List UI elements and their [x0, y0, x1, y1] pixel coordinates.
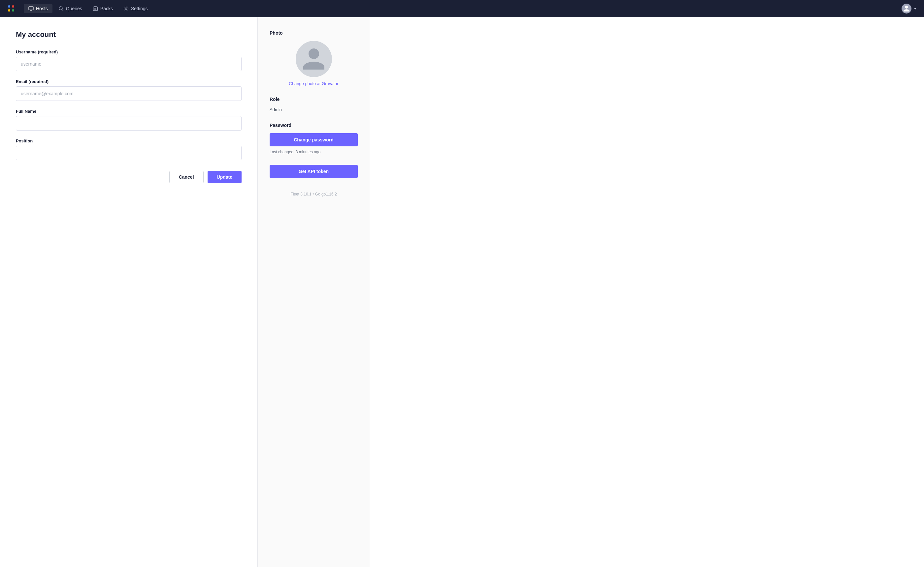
password-section-title: Password [269, 123, 358, 128]
last-changed-text: Last changed: 3 minutes ago [269, 150, 358, 154]
user-menu-chevron[interactable]: ▾ [914, 6, 916, 11]
avatar-icon [903, 5, 910, 12]
position-label: Position [16, 138, 242, 143]
role-value: Admin [269, 107, 358, 112]
nav-item-hosts[interactable]: Hosts [24, 4, 53, 13]
api-token-section: Get API token [269, 165, 358, 181]
fullname-group: Full Name [16, 109, 242, 130]
svg-point-8 [125, 8, 127, 9]
email-group: Email (required) [16, 79, 242, 101]
cancel-button[interactable]: Cancel [169, 171, 204, 183]
settings-icon [123, 6, 129, 11]
svg-line-4 [62, 9, 63, 11]
queries-label: Queries [66, 6, 82, 11]
page-container: My account Username (required) Email (re… [0, 17, 924, 567]
form-actions: Cancel Update [16, 171, 242, 183]
sidebar-right: Photo Change photo at Gravatar Role Admi… [257, 17, 370, 567]
settings-label: Settings [131, 6, 148, 11]
user-avatar[interactable] [901, 4, 912, 14]
username-input[interactable] [16, 57, 242, 71]
fullname-input[interactable] [16, 116, 242, 130]
position-group: Position [16, 138, 242, 160]
position-input[interactable] [16, 146, 242, 160]
queries-icon [59, 6, 64, 11]
photo-section: Photo Change photo at Gravatar [269, 30, 358, 86]
change-password-button[interactable]: Change password [269, 133, 358, 146]
get-api-token-button[interactable]: Get API token [269, 165, 358, 178]
update-button[interactable]: Update [208, 171, 242, 183]
email-label: Email (required) [16, 79, 242, 84]
hosts-label: Hosts [36, 6, 48, 11]
packs-icon [93, 6, 98, 11]
hosts-icon [29, 6, 34, 11]
dot-blue [8, 5, 10, 8]
nav-items: Hosts Queries Packs Set [24, 4, 901, 13]
gravatar-link[interactable]: Change photo at Gravatar [289, 81, 338, 86]
dot-red [12, 5, 14, 8]
navbar: Hosts Queries Packs Set [0, 0, 924, 17]
nav-item-packs[interactable]: Packs [88, 4, 117, 13]
profile-avatar-icon [301, 46, 327, 72]
svg-point-3 [59, 7, 62, 10]
profile-avatar [296, 41, 332, 77]
nav-right: ▾ [901, 4, 916, 14]
role-section-title: Role [269, 97, 358, 102]
app-logo[interactable] [8, 5, 15, 12]
username-label: Username (required) [16, 50, 242, 54]
logo-dots [8, 5, 15, 12]
packs-label: Packs [100, 6, 113, 11]
fullname-label: Full Name [16, 109, 242, 114]
main-form-area: My account Username (required) Email (re… [0, 17, 257, 567]
dot-green [12, 9, 14, 12]
nav-item-settings[interactable]: Settings [119, 4, 152, 13]
nav-item-queries[interactable]: Queries [54, 4, 87, 13]
version-text: Fleet 3.10.1 • Go go1.16.2 [269, 192, 358, 196]
svg-rect-5 [93, 7, 97, 10]
page-title: My account [16, 30, 242, 39]
email-input[interactable] [16, 86, 242, 101]
username-group: Username (required) [16, 50, 242, 71]
role-section: Role Admin [269, 97, 358, 112]
photo-section-title: Photo [269, 30, 358, 36]
svg-rect-0 [29, 7, 33, 10]
dot-yellow [8, 9, 10, 12]
avatar-container: Change photo at Gravatar [269, 41, 358, 86]
password-section: Password Change password Last changed: 3… [269, 123, 358, 154]
